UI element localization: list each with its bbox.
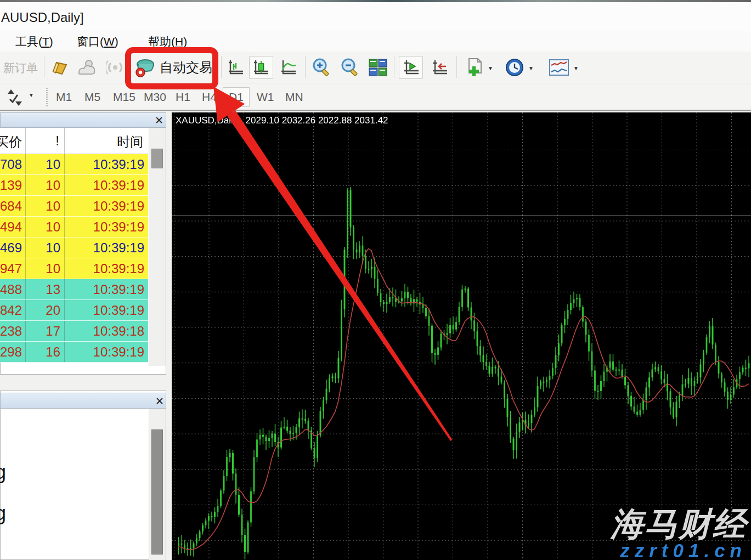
zoom-out-button[interactable] bbox=[337, 56, 363, 79]
timeframe-button-M5[interactable]: M5 bbox=[79, 87, 106, 107]
candlestick-mode-button[interactable] bbox=[249, 56, 273, 79]
market-watch-scrollbar-thumb[interactable] bbox=[151, 149, 163, 168]
gold-ingot-icon bbox=[50, 59, 69, 76]
antenna-waves-icon bbox=[106, 59, 125, 76]
column-header-spread[interactable]: ! bbox=[25, 133, 59, 149]
market-watch-row[interactable]: 6841010:39:19 bbox=[0, 196, 148, 217]
toolbar-grip[interactable] bbox=[46, 88, 48, 108]
column-divider bbox=[64, 321, 65, 341]
market-watch-row[interactable]: 4691010:39:19 bbox=[0, 237, 148, 258]
cell-price: 139 bbox=[0, 178, 22, 193]
timeframe-button-M30[interactable]: M30 bbox=[138, 87, 172, 107]
timeframe-button-MN[interactable]: MN bbox=[280, 87, 309, 107]
menu-bar: 工具(T)窗口(W)帮助(H) bbox=[0, 31, 751, 52]
market-watch-row[interactable]: 2981610:39:19 bbox=[0, 342, 148, 363]
line-chart-icon bbox=[280, 59, 297, 76]
new-order-button[interactable]: 新订单 bbox=[3, 60, 38, 76]
market-watch-title-bar bbox=[0, 112, 166, 128]
autotrade-hat-icon bbox=[134, 58, 155, 77]
template-chart-icon bbox=[549, 59, 569, 76]
column-header-bid[interactable]: 买价 bbox=[0, 133, 22, 151]
column-divider bbox=[25, 321, 26, 341]
toolbar-separator bbox=[456, 56, 457, 78]
timeframe-button-M15[interactable]: M15 bbox=[108, 87, 141, 107]
indicators-button[interactable] bbox=[462, 56, 487, 79]
chart-quote-line: XAUUSD,Daily 2029.10 2032.26 2022.88 203… bbox=[176, 115, 388, 126]
indicators-dropdown-arrow[interactable]: ▼ bbox=[488, 65, 493, 71]
column-divider bbox=[25, 217, 26, 237]
cursor-dropdown-arrow[interactable]: ▼ bbox=[29, 92, 34, 98]
price-chart[interactable] bbox=[172, 112, 751, 560]
periods-dropdown-arrow[interactable]: ▼ bbox=[528, 65, 534, 71]
column-divider bbox=[25, 128, 26, 154]
zoom-in-button[interactable] bbox=[308, 56, 335, 79]
bar-chart-icon bbox=[227, 59, 245, 76]
cell-price: 238 bbox=[0, 324, 22, 339]
cell-price: 708 bbox=[0, 157, 22, 172]
toolbar-separator bbox=[44, 56, 44, 78]
column-divider bbox=[25, 154, 26, 174]
periods-button[interactable] bbox=[502, 56, 527, 79]
menu-item-W[interactable]: 窗口(W) bbox=[77, 34, 118, 49]
column-divider bbox=[64, 154, 65, 174]
menu-item-T[interactable]: 工具(T) bbox=[15, 34, 53, 49]
cell-time: 10:39:19 bbox=[64, 199, 144, 214]
cell-price: 842 bbox=[0, 303, 22, 318]
autotrade-button[interactable]: 自动交易 bbox=[131, 56, 216, 79]
timeframe-button-H4[interactable]: H4 bbox=[196, 87, 222, 107]
column-header-time[interactable]: 时间 bbox=[64, 133, 143, 151]
zoom-in-icon bbox=[310, 57, 332, 78]
navigator-item-fragment[interactable]: g bbox=[0, 461, 6, 484]
market-watch-close-icon[interactable]: ✕ bbox=[155, 115, 163, 126]
navigator-item-fragment[interactable]: g bbox=[0, 502, 6, 525]
cell-spread: 10 bbox=[25, 157, 60, 172]
navigator-scrollbar-thumb[interactable] bbox=[151, 429, 163, 555]
templates-button[interactable] bbox=[546, 56, 572, 79]
cursor-modes-button[interactable] bbox=[3, 86, 26, 109]
auto-scroll-button[interactable] bbox=[399, 56, 423, 79]
market-watch-row[interactable]: 4941010:39:19 bbox=[0, 217, 148, 237]
column-divider bbox=[25, 300, 26, 320]
cell-spread: 20 bbox=[25, 303, 60, 318]
timeframe-button-D1[interactable]: D1 bbox=[223, 87, 250, 107]
menu-item-H[interactable]: 帮助(H) bbox=[148, 34, 187, 49]
main-toolbar: 新订单 bbox=[0, 52, 751, 83]
line-chart-mode-button[interactable] bbox=[276, 56, 301, 79]
market-watch-row[interactable]: 1391010:39:19 bbox=[0, 175, 148, 196]
column-divider bbox=[64, 175, 65, 195]
market-watch-row[interactable]: 9471010:39:19 bbox=[0, 258, 148, 279]
timeframe-button-H1[interactable]: H1 bbox=[170, 87, 196, 107]
navigator-close-icon[interactable]: ✕ bbox=[155, 396, 164, 406]
signal-icon[interactable] bbox=[103, 56, 127, 79]
market-watch-row[interactable]: 7081010:39:19 bbox=[0, 154, 148, 175]
cell-time: 10:39:19 bbox=[64, 282, 144, 297]
cell-spread: 13 bbox=[25, 282, 60, 297]
market-watch-row[interactable]: 4881310:39:19 bbox=[0, 279, 148, 300]
column-divider bbox=[64, 237, 65, 258]
tile-windows-button[interactable] bbox=[365, 56, 391, 79]
cell-spread: 10 bbox=[25, 178, 60, 193]
cell-time: 10:39:18 bbox=[64, 324, 144, 339]
clock-periods-icon bbox=[505, 58, 524, 77]
market-watch-row[interactable]: 2381710:39:18 bbox=[0, 321, 148, 342]
market-watch-row[interactable]: 8422010:39:19 bbox=[0, 300, 148, 321]
navigator-panel bbox=[0, 391, 166, 560]
bar-chart-mode-button[interactable] bbox=[224, 56, 248, 79]
publisher-icon[interactable] bbox=[75, 56, 99, 79]
cell-time: 10:39:19 bbox=[64, 240, 144, 256]
add-indicator-icon bbox=[465, 58, 484, 77]
chart-shift-button[interactable] bbox=[427, 56, 451, 79]
auto-scroll-icon bbox=[402, 59, 420, 76]
cell-spread: 16 bbox=[25, 344, 60, 360]
templates-dropdown-arrow[interactable]: ▼ bbox=[573, 65, 579, 71]
timeframe-button-M1[interactable]: M1 bbox=[50, 87, 77, 107]
cloud-person-icon bbox=[77, 59, 97, 76]
deposit-gold-icon[interactable] bbox=[47, 56, 71, 79]
timeframe-button-W1[interactable]: W1 bbox=[251, 87, 280, 107]
zoom-out-icon bbox=[339, 57, 361, 78]
tile-windows-icon bbox=[368, 58, 388, 77]
cell-price: 469 bbox=[0, 240, 22, 256]
watermark: 海马财经 zzrt01.cn bbox=[611, 508, 747, 560]
column-divider bbox=[25, 342, 26, 362]
cell-time: 10:39:19 bbox=[64, 261, 144, 276]
